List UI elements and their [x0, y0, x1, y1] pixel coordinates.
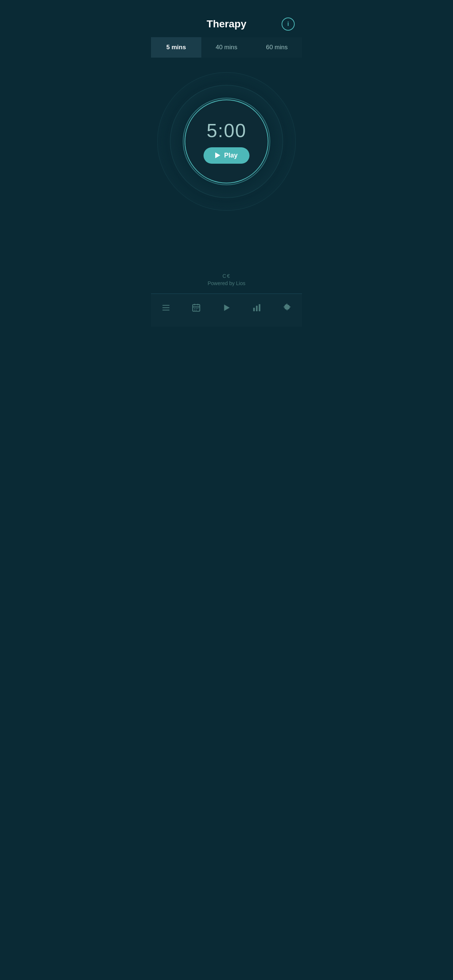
- svg-rect-4: [195, 304, 195, 305]
- svg-rect-10: [195, 310, 195, 310]
- tab-60mins[interactable]: 60 mins: [252, 37, 302, 57]
- svg-rect-6: [193, 307, 200, 307]
- settings-icon: [282, 302, 292, 313]
- list-icon: [161, 302, 171, 313]
- svg-rect-8: [196, 308, 196, 309]
- nav-settings[interactable]: [272, 300, 302, 316]
- svg-rect-14: [256, 306, 257, 311]
- ce-mark: C€: [158, 273, 295, 279]
- timer-circles: 5:00 Play: [157, 72, 296, 211]
- tab-40mins[interactable]: 40 mins: [201, 37, 252, 57]
- stats-icon: [252, 302, 262, 313]
- info-icon: i: [287, 21, 289, 27]
- timer-circle[interactable]: 5:00 Play: [185, 100, 268, 183]
- tab-5mins[interactable]: 5 mins: [151, 37, 201, 57]
- powered-by-label: Powered by Lios: [158, 280, 295, 286]
- main-content: 5:00 Play: [151, 57, 302, 266]
- svg-rect-15: [258, 304, 260, 311]
- svg-rect-7: [195, 308, 195, 309]
- page-title: Therapy: [207, 18, 247, 30]
- play-button[interactable]: Play: [204, 147, 249, 164]
- svg-rect-2: [163, 310, 170, 310]
- tab-bar: 5 mins 40 mins 60 mins: [151, 37, 302, 57]
- app-header: Therapy i: [151, 0, 302, 37]
- play-triangle-icon: [215, 153, 220, 158]
- svg-rect-1: [163, 307, 170, 308]
- footer-branding: C€ Powered by Lios: [151, 266, 302, 293]
- svg-rect-11: [196, 310, 196, 310]
- nav-list[interactable]: [151, 300, 181, 316]
- timer-display: 5:00: [206, 119, 246, 142]
- svg-rect-13: [253, 308, 255, 311]
- svg-rect-9: [197, 308, 198, 309]
- nav-calendar[interactable]: [181, 300, 212, 316]
- bottom-nav: [151, 293, 302, 327]
- svg-rect-0: [163, 305, 170, 305]
- play-nav-icon: [222, 302, 231, 313]
- nav-stats[interactable]: [241, 300, 272, 316]
- info-button[interactable]: i: [282, 18, 295, 30]
- nav-play[interactable]: [212, 300, 242, 316]
- svg-marker-12: [224, 304, 230, 310]
- svg-rect-5: [197, 304, 198, 305]
- calendar-icon: [191, 302, 201, 313]
